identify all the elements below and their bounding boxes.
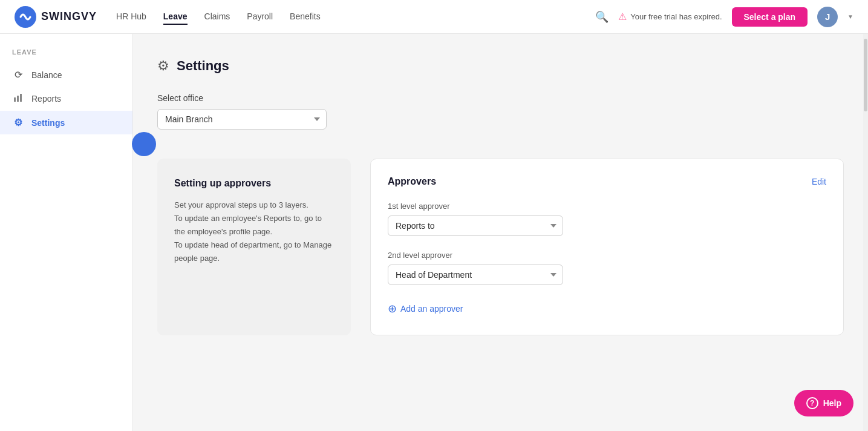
user-menu-chevron-icon[interactable]: ▼ [847, 13, 853, 20]
help-circle-icon: ? [806, 397, 818, 409]
search-icon[interactable]: 🔍 [595, 10, 609, 24]
avatar[interactable]: J [817, 7, 838, 27]
approvers-title: Approvers [388, 176, 436, 187]
scrollbar-thumb[interactable] [864, 39, 867, 111]
trial-text: Your free trial has expired. [630, 12, 722, 21]
office-select[interactable]: Main Branch [157, 109, 327, 130]
approver-level1-label: 1st level approver [388, 202, 826, 211]
nav-claims[interactable]: Claims [204, 9, 230, 25]
topnav: SWINGVY HR Hub Leave Claims Payroll Bene… [0, 0, 868, 34]
help-label: Help [823, 398, 841, 408]
select-plan-button[interactable]: Select a plan [732, 7, 808, 27]
svg-rect-1 [14, 97, 16, 102]
page-title-icon: ⚙ [157, 58, 169, 74]
page-title-row: ⚙ Settings [157, 58, 844, 74]
add-approver-label: Add an approver [400, 304, 463, 314]
info-card: Setting up approvers Set your approval s… [157, 159, 351, 335]
approver-level2-label: 2nd level approver [388, 251, 826, 260]
logo[interactable]: SWINGVY [15, 6, 97, 28]
approver-level2-select[interactable]: Reports to Head of Department [388, 265, 563, 285]
edit-link[interactable]: Edit [812, 177, 826, 186]
approver-level1-row: 1st level approver Reports to Head of De… [388, 202, 826, 236]
approver-level2-row: 2nd level approver Reports to Head of De… [388, 251, 826, 285]
svg-rect-2 [17, 96, 19, 102]
add-approver-button[interactable]: ⊕ Add an approver [388, 300, 463, 318]
approver-level1-select[interactable]: Reports to Head of Department [388, 216, 563, 236]
nav-payroll[interactable]: Payroll [247, 9, 273, 25]
sidebar-item-label-balance: Balance [31, 70, 62, 80]
approvers-header: Approvers Edit [388, 176, 826, 187]
select-office-section: Select office Main Branch [157, 93, 844, 130]
sidebar-item-label-settings: Settings [31, 118, 65, 128]
sidebar-item-settings[interactable]: ⚙ Settings [0, 111, 132, 134]
help-button[interactable]: ? Help [794, 390, 853, 416]
scrollbar-track [863, 34, 868, 431]
balance-icon: ⟳ [12, 69, 24, 81]
main-content: ⚙ Settings Select office Main Branch Set… [133, 34, 868, 431]
sidebar: LEAVE ⟳ Balance Reports ⚙ Settings [0, 34, 133, 431]
logo-text: SWINGVY [41, 10, 97, 23]
sidebar-item-label-reports: Reports [31, 94, 61, 104]
approvers-card: Approvers Edit 1st level approver Report… [370, 159, 844, 335]
settings-icon: ⚙ [12, 117, 24, 128]
reports-icon [12, 93, 24, 105]
nav-hrhub[interactable]: HR Hub [116, 9, 146, 25]
add-circle-icon: ⊕ [388, 302, 397, 315]
page-title: Settings [177, 58, 229, 74]
svg-rect-3 [20, 94, 22, 102]
info-card-text: Set your approval steps up to 3 layers. … [174, 199, 334, 265]
sidebar-item-balance[interactable]: ⟳ Balance [0, 63, 132, 87]
info-card-title: Setting up approvers [174, 178, 334, 189]
sidebar-section-label: LEAVE [0, 48, 132, 63]
select-office-label: Select office [157, 93, 844, 103]
nav-benefits[interactable]: Benefits [290, 9, 321, 25]
layout: LEAVE ⟳ Balance Reports ⚙ Settings ⚙ Set… [0, 34, 868, 431]
nav-links: HR Hub Leave Claims Payroll Benefits [116, 9, 595, 25]
nav-leave[interactable]: Leave [163, 9, 188, 25]
trial-notice: ⚠ Your free trial has expired. [618, 11, 722, 22]
trial-warning-icon: ⚠ [618, 11, 627, 22]
nav-right: 🔍 ⚠ Your free trial has expired. Select … [595, 7, 853, 27]
sidebar-item-reports[interactable]: Reports [0, 87, 132, 111]
bottom-section: Setting up approvers Set your approval s… [157, 159, 844, 335]
floating-circle-indicator [132, 132, 156, 156]
